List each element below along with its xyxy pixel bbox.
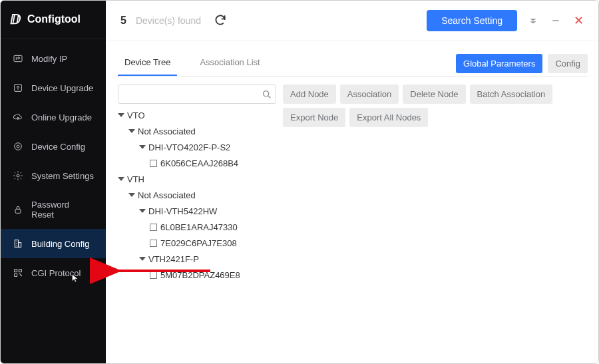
lock-icon [13, 204, 23, 215]
sidebar-item-device-upgrade[interactable]: Device Upgrade [1, 73, 106, 102]
left-panel: VTO Not Associated DHI-VTO4202F-P-S2 6K0… [118, 85, 276, 355]
tree-node-model[interactable]: DHI-VTH5422HW 6L0BE1ARAJ47330 7E029C6PAJ… [139, 204, 276, 252]
checkbox-icon[interactable] [150, 224, 157, 231]
nav-label: Modify IP [31, 54, 67, 64]
chevron-down-icon [139, 257, 146, 261]
svg-rect-11 [552, 20, 558, 21]
chevron-down-icon [118, 177, 124, 181]
right-panel: Add Node Association Delete Node Batch A… [283, 85, 588, 355]
nav-label: Building Config [31, 239, 89, 249]
search-setting-button[interactable]: Search Setting [427, 10, 517, 31]
nav-label: CGI Protocol [31, 268, 81, 278]
panels: VTO Not Associated DHI-VTO4202F-P-S2 6K0… [118, 85, 588, 355]
sidebar-item-system-settings[interactable]: System Settings [1, 161, 106, 190]
tabs-row: Device Tree Association List Global Para… [118, 51, 588, 77]
sidebar-nav: Modify IP Device Upgrade Online Upgrade … [1, 39, 106, 287]
main: 5 Device(s) found Search Setting ✕ Devic… [106, 1, 599, 364]
device-found-label: Device(s) found [136, 15, 201, 26]
export-all-nodes-button[interactable]: Export All Nodes [349, 108, 428, 127]
tree-leaf[interactable]: 7E029C6PAJ7E308 [150, 236, 276, 252]
chevron-down-icon [128, 129, 135, 133]
nav-label: Online Upgrade [31, 112, 92, 122]
gear-icon [13, 170, 23, 181]
refresh-icon [214, 13, 227, 29]
svg-rect-7 [19, 243, 21, 248]
brand-logo-icon: ⅅ [10, 11, 21, 27]
brand: ⅅ Configtool [1, 1, 106, 39]
chevron-down-icon [139, 145, 146, 149]
tree-search-input[interactable] [118, 85, 276, 104]
chevron-down-icon [128, 193, 135, 197]
tree-node-model[interactable]: DHI-VTO4202F-P-S2 6K056CEAAJ268B4 [139, 140, 276, 172]
sidebar-item-device-config[interactable]: Device Config [1, 132, 106, 161]
export-node-button[interactable]: Export Node [283, 108, 345, 127]
tree-search [118, 85, 276, 104]
checkbox-icon[interactable] [150, 240, 157, 247]
device-count: 5 [120, 15, 126, 27]
tree-node-not-associated[interactable]: Not Associated DHI-VTO4202F-P-S2 6K056CE… [128, 124, 276, 172]
target-icon [13, 141, 23, 152]
tabs-left: Device Tree Association List [118, 51, 267, 76]
tree-node-vth[interactable]: VTH Not Associated DHI-VTH5422HW 6L0BE1A… [118, 172, 276, 283]
close-button[interactable]: ✕ [572, 14, 585, 27]
checkbox-icon[interactable] [150, 160, 157, 167]
nav-label: Device Upgrade [31, 83, 93, 93]
nav-label: Password Reset [31, 200, 94, 220]
refresh-button[interactable] [210, 11, 230, 31]
tree-leaf[interactable]: 6K056CEAAJ268B4 [150, 156, 276, 172]
content: Device Tree Association List Global Para… [106, 41, 599, 364]
topbar: 5 Device(s) found Search Setting ✕ [106, 1, 599, 41]
search-icon[interactable] [262, 89, 272, 100]
nav-label: System Settings [31, 171, 94, 181]
checkbox-icon[interactable] [150, 272, 157, 279]
svg-rect-5 [15, 209, 21, 213]
sidebar-item-modify-ip[interactable]: Modify IP [1, 44, 106, 73]
svg-rect-8 [15, 270, 17, 272]
tree-leaf[interactable]: 6L0BE1ARAJ47330 [150, 220, 276, 236]
menu-icon[interactable] [526, 14, 540, 27]
device-tree: VTO Not Associated DHI-VTO4202F-P-S2 6K0… [118, 108, 276, 284]
tab-association-list[interactable]: Association List [193, 51, 266, 76]
association-button[interactable]: Association [340, 85, 399, 104]
svg-point-3 [17, 145, 19, 148]
sidebar-item-online-upgrade[interactable]: Online Upgrade [1, 102, 106, 132]
qr-icon [13, 268, 23, 278]
add-node-button[interactable]: Add Node [283, 85, 336, 104]
tree-node-vto[interactable]: VTO Not Associated DHI-VTO4202F-P-S2 6K0… [118, 108, 276, 172]
svg-rect-9 [19, 270, 21, 272]
delete-node-button[interactable]: Delete Node [403, 85, 465, 104]
action-row: Add Node Association Delete Node Batch A… [283, 85, 588, 127]
upgrade-icon [13, 83, 23, 93]
global-parameters-button[interactable]: Global Parameters [456, 54, 542, 73]
ip-icon [13, 53, 23, 64]
chevron-down-icon [139, 209, 146, 213]
brand-name: Configtool [27, 13, 81, 25]
svg-point-12 [264, 91, 269, 96]
tree-node-model[interactable]: VTH2421F-P 5M07B2DPAZ469E8 [139, 252, 276, 283]
sidebar-item-password-reset[interactable]: Password Reset [1, 190, 106, 229]
minimize-button[interactable] [549, 14, 562, 27]
sidebar-item-building-config[interactable]: Building Config [1, 229, 106, 258]
svg-point-2 [15, 143, 22, 150]
tab-device-tree[interactable]: Device Tree [118, 51, 177, 76]
sidebar-item-cgi-protocol[interactable]: CGI Protocol [1, 258, 106, 287]
building-icon [13, 238, 23, 249]
chevron-down-icon [118, 113, 124, 117]
batch-association-button[interactable]: Batch Association [470, 85, 553, 104]
svg-point-4 [17, 174, 19, 177]
tabs-right: Global Parameters Config [456, 54, 588, 73]
tree-leaf[interactable]: 5M07B2DPAZ469E8 [150, 268, 276, 283]
svg-rect-10 [15, 273, 17, 276]
config-button[interactable]: Config [548, 54, 588, 73]
cloud-icon [13, 112, 23, 122]
nav-label: Device Config [31, 142, 85, 152]
sidebar: ⅅ Configtool Modify IP Device Upgrade On… [1, 1, 106, 364]
tree-node-not-associated[interactable]: Not Associated DHI-VTH5422HW 6L0BE1ARAJ4… [128, 188, 276, 283]
